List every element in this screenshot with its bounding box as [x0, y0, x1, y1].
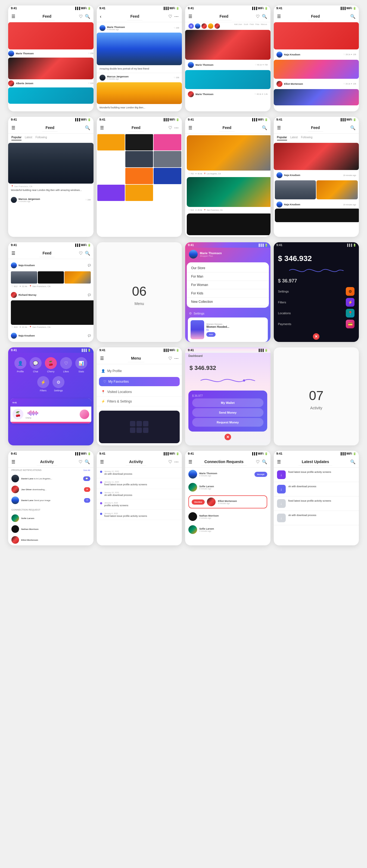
inner-pink-bar [10, 422, 91, 424]
key-1[interactable] [130, 421, 135, 426]
chat-icon-9[interactable]: 💬 [88, 264, 91, 267]
add-to-cart-btn[interactable]: Add [206, 332, 216, 337]
search-icon-7[interactable]: 🔍 [262, 125, 267, 130]
profile-btn-stats[interactable]: 📊 Stats [75, 357, 87, 373]
tab-following-5[interactable]: Following [35, 136, 47, 141]
heart-icon-2[interactable]: ♡ [168, 14, 172, 19]
profile-btn-chat[interactable]: 💬 Chat [30, 357, 41, 373]
profile-btn-cherry[interactable]: 🍒 Cherry [45, 357, 57, 373]
key-2[interactable] [137, 421, 142, 426]
decline-btn-elliot-19[interactable]: Decline [192, 499, 205, 505]
heart-icon-3[interactable]: ♡ [256, 14, 260, 19]
key-5[interactable] [137, 428, 142, 433]
search-icon-5[interactable]: 🔍 [85, 125, 90, 130]
hamburger-icon-9[interactable]: ☰ [11, 251, 15, 256]
shop-menu-man[interactable]: For Man [187, 272, 269, 281]
action-btn-daniel-17[interactable]: 💬 [83, 476, 90, 481]
heart-icon-14[interactable]: ♡ [168, 356, 172, 361]
send-money-btn[interactable]: Send Money [192, 408, 263, 417]
signal-icon-3: ▐▐▐ [251, 7, 257, 10]
tab-popular-8[interactable]: Popular [277, 136, 287, 141]
filters-icon-btn-12[interactable]: ⚡ [346, 298, 355, 307]
hamburger-icon-14[interactable]: ☰ [100, 356, 104, 361]
menu-visited-locations[interactable]: 📍 Visited Locations [97, 387, 182, 397]
menu-my-favourites[interactable]: ♡ My Favourites [99, 377, 180, 386]
key-3[interactable] [143, 421, 148, 426]
back-icon-2[interactable]: ‹ [100, 14, 102, 19]
tab-following-8[interactable]: Following [301, 136, 312, 141]
profile-btn-settings[interactable]: ⚙ Settings [53, 376, 64, 392]
tab-latest-8[interactable]: Latest [290, 136, 298, 141]
search-icon-9[interactable]: 🔍 [85, 251, 90, 256]
search-icon-17[interactable]: 🔍 [85, 459, 90, 464]
profile-btn-likes[interactable]: ♡ Likes [60, 357, 72, 373]
hamburger-icon-5[interactable]: ☰ [11, 125, 15, 130]
status-icons-12: ▐▐▐ 🔋 [346, 244, 356, 247]
search-icon-8[interactable]: 🔍 [350, 125, 356, 130]
inner-phone-header: 9:41 [10, 398, 91, 407]
my-wallet-btn[interactable]: My Wallet [192, 398, 263, 407]
shop-menu-woman[interactable]: For Woman [187, 281, 269, 289]
add-friend-btn[interactable]: + [189, 23, 194, 29]
hamburger-icon-17[interactable]: ☰ [11, 459, 15, 464]
key-6[interactable] [143, 428, 148, 433]
notif-text-joe-17: Joe Oliver downloading... [21, 488, 82, 491]
hamburger-icon-7[interactable]: ☰ [189, 125, 192, 130]
locations-icon-btn-12[interactable]: 📍 [346, 309, 355, 317]
hamburger-icon-4[interactable]: ☰ [277, 14, 281, 19]
hamburger-icon-20[interactable]: ☰ [277, 459, 281, 464]
menu-my-profile[interactable]: 👤 My Profile [97, 366, 182, 376]
shop-settings-label[interactable]: Settings [194, 312, 204, 315]
menu-filters-settings[interactable]: ⚡ Filters & Settings [97, 397, 182, 406]
search-icon-1[interactable]: 🔍 [85, 14, 90, 19]
hamburger-icon-19[interactable]: ☰ [189, 459, 192, 464]
wifi-icon-14: WiFi [169, 349, 175, 352]
hamburger-icon-6[interactable]: ☰ [100, 125, 104, 130]
more-icon-2[interactable]: ⋯ [174, 14, 178, 19]
time-20: 9:41 [277, 452, 282, 455]
chat-icon-naja-9b[interactable]: 💬 [88, 334, 91, 337]
accept-btn-marie-19[interactable]: Accept [254, 472, 267, 477]
more-icon-18[interactable]: ⋯ [174, 459, 178, 464]
hamburger-icon-8[interactable]: ☰ [277, 125, 281, 130]
shop-menu-kids[interactable]: For Kids [187, 289, 269, 298]
search-icon-4[interactable]: 🔍 [350, 14, 356, 19]
settings-icon-btn-12[interactable]: ⚙ [346, 287, 355, 296]
search-icon-19[interactable]: 🔍 [262, 459, 267, 464]
name-daniel-17: Daniel Lane [21, 477, 33, 480]
search-icon-20[interactable]: 🔍 [350, 459, 356, 464]
more-icon-14[interactable]: ⋯ [174, 356, 178, 361]
shop-menu-store[interactable]: Our Store [187, 264, 269, 272]
key-4[interactable] [130, 428, 135, 433]
more-icon-6[interactable]: ⋯ [174, 125, 178, 130]
close-btn-12[interactable]: ✕ [313, 333, 319, 340]
hamburger-icon-3[interactable]: ☰ [189, 14, 192, 19]
heart-icon-18[interactable]: ♡ [168, 459, 172, 464]
hamburger-icon-18[interactable]: ☰ [100, 459, 104, 464]
hamburger-icon[interactable]: ☰ [11, 14, 15, 19]
heart-icon-9[interactable]: ♡ [79, 251, 83, 256]
close-btn-15[interactable]: ✕ [225, 434, 231, 440]
profile-btn-filters[interactable]: ⚡ Filters [37, 376, 49, 392]
status-icons-20: ▐▐▐ WiFi 🔋 [340, 452, 356, 455]
heart-icon-6[interactable]: ♡ [168, 125, 172, 130]
search-icon-3[interactable]: 🔍 [262, 14, 267, 19]
signal-icon-6: ▐▐▐ [163, 118, 169, 121]
action-btn-joe-17[interactable]: ✕ [84, 487, 90, 492]
tab-popular-5[interactable]: Popular [11, 136, 22, 141]
status-icons-15: ▐▐▐ 🔋 [258, 349, 267, 352]
conn-text-sofie-17: Sofie Larsen [21, 517, 90, 520]
shop-menu-new[interactable]: New Collection [187, 298, 269, 306]
mosaic-pair-8 [275, 180, 358, 199]
action-btn-daniel2-17[interactable]: ♡ [84, 498, 90, 503]
heart-icon-19[interactable]: ♡ [256, 459, 260, 464]
profile-btn-profile[interactable]: 👤 Profile [15, 357, 26, 373]
request-money-btn[interactable]: Request Money [192, 418, 263, 427]
tab-latest-5[interactable]: Latest [25, 136, 32, 141]
payments-icon-btn-12[interactable]: 💳 [346, 320, 355, 328]
see-all-notif-17[interactable]: See All [83, 469, 90, 471]
action-daniel-17: is in Los Angeles... [34, 477, 52, 480]
heart-icon-17[interactable]: ♡ [79, 459, 82, 464]
heart-icon[interactable]: ♡ [79, 14, 83, 19]
chat-icon-richard-9[interactable]: 💬 [88, 293, 91, 296]
